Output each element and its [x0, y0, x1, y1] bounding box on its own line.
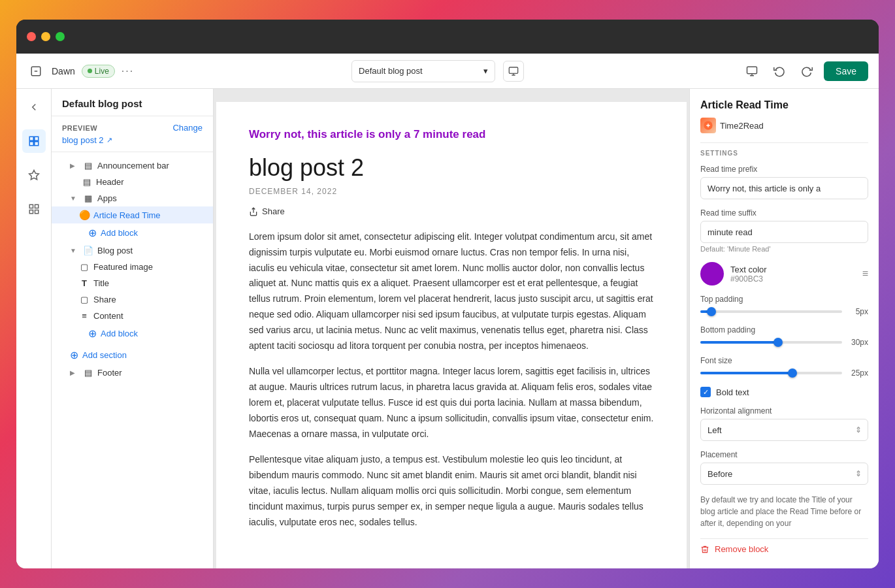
- color-menu-button[interactable]: ≡: [862, 268, 868, 280]
- bold-text-label: Bold text: [716, 387, 749, 397]
- svg-rect-13: [35, 210, 38, 214]
- responsive-button[interactable]: [503, 61, 524, 82]
- placement-select[interactable]: Before After: [700, 463, 868, 485]
- bold-text-checkbox[interactable]: ✓: [700, 387, 711, 397]
- nav-icons: [16, 89, 52, 568]
- chevron-right-icon: ▶: [70, 162, 78, 169]
- svg-rect-2: [509, 67, 517, 73]
- font-size-slider[interactable]: [700, 372, 842, 374]
- bottom-padding-label: Bottom padding: [700, 325, 868, 335]
- bottom-padding-value: 30px: [847, 338, 868, 347]
- more-button[interactable]: ···: [122, 65, 134, 77]
- blog-title: blog post 2: [249, 154, 654, 182]
- sidebar: Default blog post PREVIEW Change blog po…: [52, 89, 214, 568]
- sidebar-item-header[interactable]: ▤ Header: [52, 174, 213, 190]
- maximize-button[interactable]: [56, 32, 65, 41]
- tree-section: ▶ ▤ Announcement bar ▤ Header ▼ ▦ App: [52, 152, 213, 386]
- desktop-view-button[interactable]: [741, 61, 762, 82]
- share-label: Share: [262, 206, 285, 216]
- color-swatch[interactable]: [700, 262, 724, 286]
- sidebar-item-content[interactable]: ≡ Content: [52, 308, 213, 324]
- sidebar-header: Default blog post: [52, 89, 213, 116]
- checkmark-icon: ✓: [703, 388, 709, 397]
- top-padding-value: 5px: [847, 307, 868, 316]
- sidebar-item-article-read-time[interactable]: 🟠 Article Read Time: [52, 206, 213, 223]
- change-button[interactable]: Change: [172, 123, 203, 133]
- toolbar: Dawn Live ··· Default blog post ▾: [16, 54, 879, 89]
- text-color-row: Text color #900BC3 ≡: [700, 262, 868, 286]
- blog-content: Lorem ipsum dolor sit amet, consectetur …: [249, 229, 654, 530]
- paragraph-3: Pellentesque vitae aliquam justo, a temp…: [249, 452, 654, 530]
- titlebar: [16, 20, 879, 54]
- font-size-label: Font size: [700, 356, 868, 365]
- top-padding-label: Top padding: [700, 295, 868, 304]
- toolbar-center: Default blog post ▾: [142, 60, 734, 82]
- top-padding-group: Top padding 5px: [700, 295, 868, 316]
- app-window: Dawn Live ··· Default blog post ▾: [16, 20, 879, 568]
- preview-section: PREVIEW Change blog post 2 ↗: [52, 116, 213, 152]
- preview-label: PREVIEW: [62, 124, 97, 132]
- add-block-apps-button[interactable]: ⊕ Add block: [52, 223, 213, 242]
- chevron-down-icon-blog: ▼: [70, 247, 78, 254]
- section-icon: ▤: [82, 177, 92, 187]
- title-icon: T: [79, 278, 90, 288]
- sidebar-item-title[interactable]: T Title: [52, 275, 213, 291]
- svg-rect-9: [34, 142, 38, 146]
- font-size-group: Font size 25px: [700, 356, 868, 378]
- nav-sections-icon[interactable]: [22, 129, 46, 153]
- nav-back-icon[interactable]: [22, 95, 46, 119]
- save-button[interactable]: Save: [824, 61, 868, 81]
- preview-area: Worry not, this article is only a 7 minu…: [214, 89, 689, 568]
- preview-link[interactable]: blog post 2 ↗: [62, 135, 203, 145]
- add-section-button[interactable]: ⊕ Add section: [52, 346, 213, 365]
- app-badge: Time2Read: [700, 118, 868, 133]
- settings-label: SETTINGS: [700, 150, 868, 157]
- main-area: Default blog post PREVIEW Change blog po…: [16, 89, 879, 568]
- nav-theme-icon[interactable]: [22, 163, 46, 187]
- read-time-suffix-hint: Default: 'Minute Read': [700, 245, 868, 253]
- bold-text-row: ✓ Bold text: [700, 387, 868, 397]
- add-block-blog-button[interactable]: ⊕ Add block: [52, 324, 213, 343]
- live-dot: [88, 69, 92, 73]
- horizontal-alignment-select[interactable]: Left Center Right: [700, 419, 868, 441]
- read-time-prefix-group: Read time prefix: [700, 165, 868, 199]
- template-select[interactable]: Default blog post ▾: [351, 60, 495, 82]
- back-button[interactable]: [27, 62, 45, 80]
- toolbar-left: Dawn Live ···: [27, 62, 134, 80]
- minimize-button[interactable]: [41, 32, 50, 41]
- undo-button[interactable]: [769, 61, 790, 82]
- redo-button[interactable]: [796, 61, 817, 82]
- top-padding-slider[interactable]: [700, 310, 842, 313]
- read-time-suffix-input[interactable]: [700, 221, 868, 243]
- app-name: Time2Read: [720, 121, 764, 131]
- toolbar-right: Save: [741, 61, 868, 82]
- chevron-down-icon: ▼: [70, 195, 78, 202]
- blog-date: DECEMBER 14, 2022: [249, 187, 654, 196]
- svg-rect-3: [747, 67, 757, 74]
- plus-icon-blog: ⊕: [88, 327, 97, 340]
- close-button[interactable]: [27, 32, 36, 41]
- remove-block-button[interactable]: Remove block: [700, 538, 868, 559]
- sidebar-item-share[interactable]: ▢ Share: [52, 291, 213, 308]
- horizontal-alignment-label: Horizontal alignment: [700, 406, 868, 416]
- content-icon: ≡: [79, 311, 90, 321]
- blog-icon: 📄: [83, 246, 93, 255]
- app-content: Dawn Live ··· Default blog post ▾: [16, 54, 879, 568]
- paragraph-1: Lorem ipsum dolor sit amet, consectetur …: [249, 229, 654, 353]
- placement-label: Placement: [700, 450, 868, 459]
- sidebar-item-blog-post[interactable]: ▼ 📄 Blog post: [52, 242, 213, 259]
- sidebar-item-footer[interactable]: ▶ ▤ Footer: [52, 365, 213, 381]
- svg-rect-7: [34, 137, 38, 140]
- nav-apps-icon[interactable]: [22, 197, 46, 221]
- sidebar-item-apps[interactable]: ▼ ▦ Apps: [52, 190, 213, 206]
- sidebar-title: Default blog post: [62, 98, 203, 109]
- read-time-suffix-label: Read time suffix: [700, 208, 868, 218]
- sidebar-item-featured-image[interactable]: ▢ Featured image: [52, 259, 213, 275]
- bottom-padding-slider[interactable]: [700, 341, 842, 344]
- sidebar-item-announcement-bar[interactable]: ▶ ▤ Announcement bar: [52, 157, 213, 174]
- share-button-preview[interactable]: Share: [249, 206, 654, 216]
- app-block-icon: 🟠: [79, 210, 90, 220]
- bottom-padding-slider-row: 30px: [700, 338, 868, 347]
- read-time-prefix-input[interactable]: [700, 177, 868, 199]
- svg-rect-6: [29, 137, 33, 140]
